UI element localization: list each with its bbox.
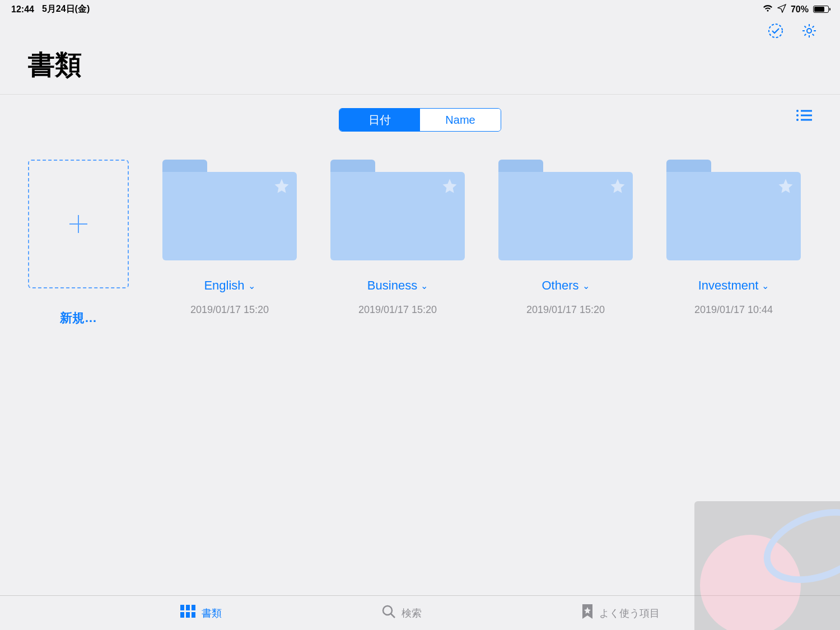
chevron-down-icon: ⌄ [421, 281, 428, 291]
page-title: 書類 [0, 41, 840, 95]
svg-point-1 [807, 29, 811, 33]
svg-rect-8 [180, 605, 184, 610]
tab-bar: 書類 検索 よく使う項目 [0, 595, 840, 630]
sort-by-date[interactable]: 日付 [339, 109, 420, 131]
search-icon [381, 604, 396, 622]
svg-point-6 [796, 119, 799, 121]
folder-name[interactable]: Business ⌄ [367, 278, 428, 293]
chevron-down-icon: ⌄ [762, 281, 769, 291]
chevron-down-icon: ⌄ [248, 281, 255, 291]
battery-percent: 70% [791, 4, 809, 15]
star-icon[interactable] [609, 178, 626, 197]
grid-icon [180, 605, 196, 621]
folder-date: 2019/01/17 15:20 [190, 304, 269, 316]
folder-item[interactable]: Investment ⌄ 2019/01/17 10:44 [666, 160, 801, 316]
svg-point-2 [796, 110, 799, 112]
svg-rect-13 [192, 612, 195, 618]
star-icon[interactable] [441, 178, 458, 197]
folder-item[interactable]: Business ⌄ 2019/01/17 15:20 [330, 160, 465, 316]
folder-item[interactable]: Others ⌄ 2019/01/17 15:20 [498, 160, 633, 316]
wifi-icon [763, 4, 773, 15]
svg-rect-3 [801, 110, 812, 112]
svg-point-14 [383, 606, 392, 615]
folder-date: 2019/01/17 15:20 [526, 304, 605, 316]
svg-rect-10 [192, 605, 195, 610]
folder-icon [666, 160, 801, 260]
svg-rect-11 [180, 612, 184, 618]
folder-item[interactable]: English ⌄ 2019/01/17 15:20 [162, 160, 297, 316]
star-icon[interactable] [273, 178, 290, 197]
folder-date: 2019/01/17 15:20 [358, 304, 437, 316]
new-document-button[interactable]: 新規… [28, 160, 129, 326]
folder-name[interactable]: English ⌄ [204, 278, 255, 293]
folder-icon [498, 160, 633, 260]
svg-point-4 [796, 114, 799, 116]
tab-search[interactable]: 検索 [381, 604, 422, 622]
battery-icon [813, 6, 829, 13]
sort-by-name[interactable]: Name [420, 109, 501, 131]
folder-date: 2019/01/17 10:44 [694, 304, 773, 316]
document-grid: 新規… English ⌄ 2019/01/17 15:20 Business … [0, 137, 840, 326]
gear-icon[interactable] [801, 22, 818, 41]
status-time: 12:44 [11, 4, 34, 15]
folder-name[interactable]: Investment ⌄ [698, 278, 769, 293]
svg-rect-5 [801, 115, 812, 116]
folder-name[interactable]: Others ⌄ [542, 278, 589, 293]
list-view-icon[interactable] [795, 108, 813, 125]
chevron-down-icon: ⌄ [582, 281, 590, 291]
status-date: 5月24日(金) [42, 3, 90, 15]
tab-label: よく使う項目 [599, 606, 660, 620]
bookmark-star-icon [581, 604, 594, 622]
status-bar: 12:44 5月24日(金) 70% [0, 0, 840, 16]
sort-segmented: 日付 Name [339, 108, 501, 132]
sort-row: 日付 Name [0, 95, 840, 137]
svg-rect-9 [186, 605, 190, 610]
svg-point-0 [769, 24, 782, 38]
tab-favorites[interactable]: よく使う項目 [581, 604, 660, 622]
tab-label: 検索 [402, 606, 422, 620]
top-toolbar [0, 16, 840, 41]
tab-documents[interactable]: 書類 [180, 605, 222, 621]
select-icon[interactable] [767, 22, 784, 41]
svg-rect-7 [801, 119, 812, 121]
folder-icon [162, 160, 297, 260]
new-document-label: 新規… [60, 310, 97, 326]
folder-icon [330, 160, 465, 260]
location-icon [777, 4, 786, 15]
svg-rect-12 [186, 612, 190, 618]
star-icon[interactable] [777, 178, 794, 197]
tab-label: 書類 [202, 606, 222, 620]
